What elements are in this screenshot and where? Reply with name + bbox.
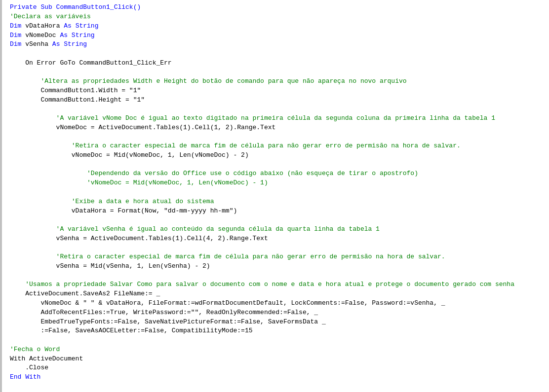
code-line: With ActiveDocument <box>10 355 549 364</box>
line-content: 'Declara as variáveis <box>10 12 91 22</box>
left-margin-bar <box>0 0 2 392</box>
line-content: 'Dependendo da versão do Office use o có… <box>10 169 418 178</box>
line-content: CommandButton1.Width = "1" <box>10 86 141 96</box>
code-line: vSenha = Mid(vSenha, 1, Len(vSenha) - 2) <box>10 262 549 271</box>
code-line: Dim vNomeDoc As String <box>10 31 549 40</box>
line-content: 'vNomeDoc = Mid(vNomeDoc, 1, Len(vNomeDo… <box>10 178 268 188</box>
code-line: 'A variável vSenha é igual ao conteúdo d… <box>10 225 549 234</box>
code-line: End With <box>10 373 549 382</box>
line-content: On Error GoTo CommandButton1_Click_Err <box>10 59 172 68</box>
code-line: ActiveDocument.SaveAs2 FileName:= _ <box>10 289 549 299</box>
code-line: 'Declara as variáveis <box>10 12 549 22</box>
line-content: Dim vDataHora As String <box>10 22 98 31</box>
line-content: Dim vNomeDoc As String <box>10 31 95 40</box>
code-line: Dim vDataHora As String <box>10 22 549 31</box>
line-content: 'A variável vSenha é igual ao conteúdo d… <box>10 225 380 234</box>
code-line <box>10 188 549 197</box>
code-line <box>10 105 549 114</box>
line-content: vSenha = ActiveDocument.Tables(1).Cell(4… <box>10 234 268 244</box>
code-line: vSenha = ActiveDocument.Tables(1).Cell(4… <box>10 234 549 244</box>
code-line: EmbedTrueTypeFonts:=False, SaveNativePic… <box>10 318 549 327</box>
line-content: vNomeDoc = Mid(vNomeDoc, 1, Len(vNomeDoc… <box>10 151 249 160</box>
code-line: 'Retira o caracter especial de marca fim… <box>10 252 549 262</box>
line-content: 'Retira o caracter especial de marca fim… <box>10 252 445 262</box>
code-line: CommandButton1.Width = "1" <box>10 86 549 96</box>
code-line: vNomeDoc & " " & vDataHora, FileFormat:=… <box>10 299 549 308</box>
code-line: vDataHora = Format(Now, "dd-mm-yyyy hh-m… <box>10 207 549 216</box>
code-line: Dim vSenha As String <box>10 40 549 49</box>
code-line: 'Fecha o Word <box>10 345 549 355</box>
code-line <box>10 133 549 142</box>
code-line <box>10 382 549 392</box>
code-line: 'Altera as propriedades Width e Height d… <box>10 77 549 86</box>
line-content: 'Altera as propriedades Width e Height d… <box>10 77 407 86</box>
code-lines: Private Sub CommandButton1_Click()'Decla… <box>10 3 549 392</box>
code-line: CommandButton1.Height = "1" <box>10 96 549 105</box>
line-content: Dim vSenha As String <box>10 40 87 49</box>
code-line: .Close <box>10 363 549 373</box>
code-content: Private Sub CommandButton1_Click()'Decla… <box>10 3 549 392</box>
line-content: vNomeDoc & " " & vDataHora, FileFormat:=… <box>10 299 445 308</box>
code-line: 'vNomeDoc = Mid(vNomeDoc, 1, Len(vNomeDo… <box>10 178 549 188</box>
code-editor: Private Sub CommandButton1_Click()'Decla… <box>0 0 549 392</box>
code-line: 'Retira o caracter especial de marca fim… <box>10 142 549 151</box>
line-content: AddToRecentFiles:=True, WritePassword:="… <box>10 308 318 318</box>
line-content: vNomeDoc = ActiveDocument.Tables(1).Cell… <box>10 123 275 133</box>
line-content: :=False, SaveAsAOCELetter:=False, Compat… <box>10 326 252 336</box>
line-content: Private Sub CommandButton1_Click() <box>10 3 141 12</box>
code-line: 'Dependendo da versão do Office use o có… <box>10 169 549 178</box>
line-content: With ActiveDocument <box>10 355 83 364</box>
code-line: Private Sub CommandButton1_Click() <box>10 3 549 12</box>
line-content: 'Exibe a data e hora atual do sistema <box>10 197 214 207</box>
line-content: .Close <box>10 363 48 373</box>
line-content: vSenha = Mid(vSenha, 1, Len(vSenha) - 2) <box>10 262 210 271</box>
line-content: 'Retira o caracter especial de marca fim… <box>10 142 461 151</box>
code-line: :=False, SaveAsAOCELetter:=False, Compat… <box>10 326 549 336</box>
line-content: EmbedTrueTypeFonts:=False, SaveNativePic… <box>10 318 326 327</box>
code-line: 'Usamos a propriedade Salvar Como para s… <box>10 280 549 289</box>
code-line <box>10 215 549 225</box>
code-line: vNomeDoc = ActiveDocument.Tables(1).Cell… <box>10 123 549 133</box>
code-line <box>10 68 549 77</box>
code-line: AddToRecentFiles:=True, WritePassword:="… <box>10 308 549 318</box>
code-line <box>10 244 549 253</box>
code-line <box>10 336 549 345</box>
code-line: 'A variável vNome Doc é igual ao texto d… <box>10 114 549 123</box>
code-line: vNomeDoc = Mid(vNomeDoc, 1, Len(vNomeDoc… <box>10 151 549 160</box>
line-content: 'A variável vNome Doc é igual ao texto d… <box>10 114 495 123</box>
code-line <box>10 271 549 281</box>
code-line: On Error GoTo CommandButton1_Click_Err <box>10 59 549 68</box>
line-content: 'Usamos a propriedade Salvar Como para s… <box>10 280 514 289</box>
line-content: CommandButton1.Height = "1" <box>10 96 145 105</box>
line-content: End With <box>10 373 40 382</box>
line-content: ActiveDocument.SaveAs2 FileName:= _ <box>10 289 160 299</box>
code-line: 'Exibe a data e hora atual do sistema <box>10 197 549 207</box>
line-content: 'Fecha o Word <box>10 345 60 355</box>
code-line <box>10 160 549 170</box>
code-line <box>10 49 549 59</box>
line-content: vDataHora = Format(Now, "dd-mm-yyyy hh-m… <box>10 207 237 216</box>
